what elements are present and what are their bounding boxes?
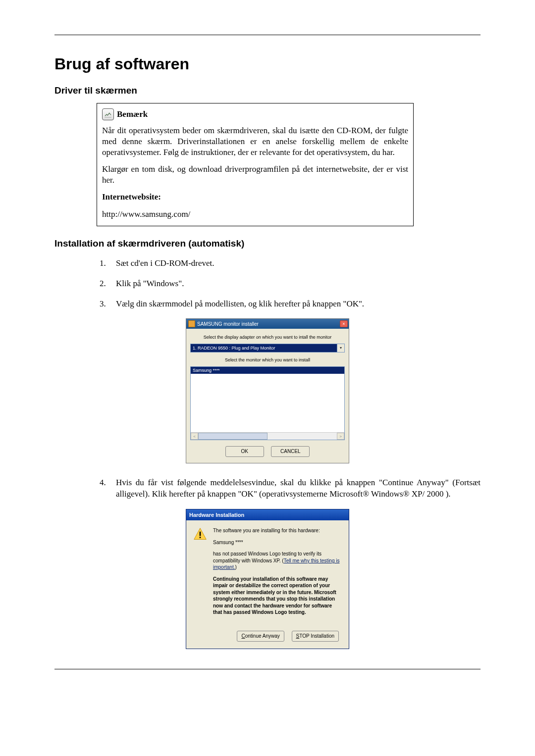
installer-list-body [191,374,344,432]
hardware-body: The software you are installing for this… [186,520,349,628]
figure-installer-dialog: SAMSUNG monitor installer × Select the d… [54,318,481,463]
note-para-2: Klargør en tom disk, og download driverp… [102,164,408,186]
step-1: Sæt cd'en i CD-ROM-drevet. [108,258,481,269]
page-title: Brug af softwaren [54,55,481,73]
note-title: Bemærk [117,109,148,119]
ok-button[interactable]: OK [225,446,264,457]
hardware-text: The software you are installing for this… [213,527,341,621]
top-rule [54,35,481,35]
hardware-dialog: Hardware Installation The software you a… [186,509,349,649]
note-header: Bemærk [102,108,408,120]
installer-buttons: OK CANCEL [190,446,345,457]
install-steps-cont: Hvis du får vist følgende meddelelsesvin… [108,477,481,500]
driver-heading: Driver til skærmen [54,85,481,96]
step-2: Klik på "Windows". [108,278,481,290]
installer-body: Select the display adapter on which you … [186,329,349,463]
scroll-right-icon[interactable]: > [337,433,344,440]
bottom-rule [54,669,481,669]
warning-icon [193,527,207,541]
install-heading: Installation af skærmdriveren (automatis… [54,238,481,249]
hardware-line2: Samsung **** [213,539,341,546]
cancel-button[interactable]: CANCEL [271,446,310,457]
website-label: Internetwebsite: [102,192,161,202]
installer-label-2: Select the monitor which you want to ins… [190,357,345,362]
hardware-line1: The software you are installing for this… [213,527,341,534]
note-para-1: Når dit operativsystem beder om skærmdri… [102,125,408,158]
scroll-track[interactable] [198,433,337,440]
scroll-thumb[interactable] [198,433,268,440]
stop-installation-button[interactable]: STOP Installation [292,631,339,642]
hardware-title: Hardware Installation [189,512,244,518]
hardware-bold: Continuing your installation of this sof… [213,576,341,616]
installer-titlebar: SAMSUNG monitor installer × [186,319,349,329]
installer-adapter-select[interactable]: 1. RADEON 9550 : Plug and Play Monitor ▾ [190,344,345,353]
installer-title: SAMSUNG monitor installer [197,321,259,327]
website-url: http://www.samsung.com/ [102,209,408,220]
hardware-line3: has not passed Windows Logo testing to v… [213,551,341,571]
continue-anyway-button[interactable]: Continue Anyway [237,631,284,642]
installer-list-selected[interactable]: Samsung **** [191,367,344,374]
note-box: Bemærk Når dit operativsystem beder om s… [97,103,414,226]
installer-monitor-list[interactable]: Samsung **** < > [190,366,345,440]
close-icon[interactable]: × [340,320,348,327]
svg-rect-1 [200,532,201,536]
installer-label-1: Select the display adapter on which you … [190,335,345,340]
installer-app-icon [188,320,195,327]
installer-adapter-value: 1. RADEON 9550 : Plug and Play Monitor [191,346,337,351]
step-3: Vælg din skærmmodel på modellisten, og k… [108,299,481,310]
note-icon [102,108,114,120]
installer-horizontal-scrollbar[interactable]: < > [191,432,344,440]
install-steps: Sæt cd'en i CD-ROM-drevet. Klik på "Wind… [108,258,481,310]
hardware-titlebar: Hardware Installation [186,509,349,520]
step-4: Hvis du får vist følgende meddelelsesvin… [108,477,481,500]
chevron-down-icon[interactable]: ▾ [337,344,344,352]
figure-hardware-dialog: Hardware Installation The software you a… [54,509,481,649]
svg-rect-2 [200,537,201,539]
installer-dialog: SAMSUNG monitor installer × Select the d… [186,318,349,463]
scroll-left-icon[interactable]: < [191,433,198,440]
hardware-buttons: Continue Anyway STOP Installation [186,628,349,649]
